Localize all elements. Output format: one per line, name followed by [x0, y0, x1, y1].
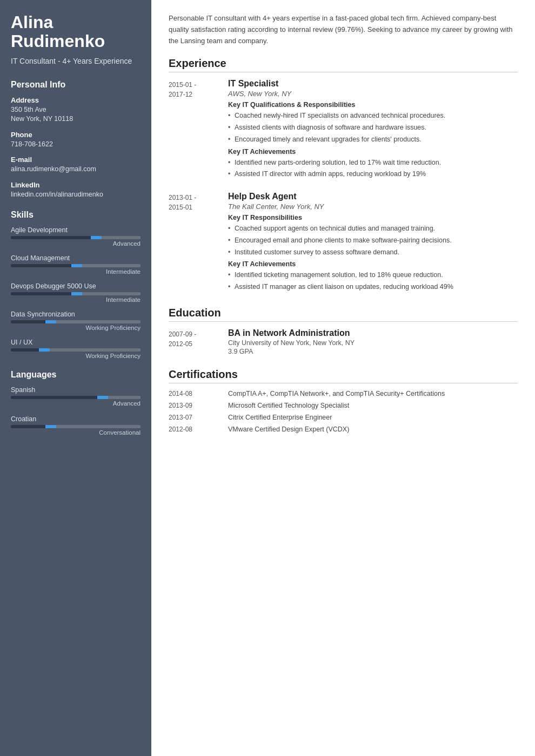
experience-entry-2-content: Help Desk Agent The Kall Center, New Yor…	[228, 192, 518, 294]
experience-section: Experience 2015-01 - 2017-12 IT Speciali…	[169, 57, 518, 294]
experience-entry-2-date-start: 2013-01 -	[169, 194, 196, 201]
cert-entry-3-date: 2013-07	[169, 414, 228, 421]
address-label: Address	[11, 96, 141, 104]
lang-croatian-accent	[45, 425, 56, 428]
education-entry-1-gpa: 3.9 GPA	[228, 348, 518, 355]
experience-entry-2: 2013-01 - 2015-01 Help Desk Agent The Ka…	[169, 192, 518, 294]
list-item: Coached support agents on technical duti…	[228, 224, 518, 234]
experience-entry-2-subtitle-1: Key IT Responsibilities	[228, 214, 518, 221]
experience-heading: Experience	[169, 57, 518, 72]
skill-agile-bar	[11, 236, 141, 239]
skill-uiux-level: Working Proficiency	[11, 353, 141, 359]
skill-uiux: UI / UX Working Proficiency	[11, 339, 141, 359]
cert-entry-2-date: 2013-09	[169, 402, 228, 409]
linkedin-label: LinkedIn	[11, 181, 141, 189]
education-entry-1-date-end: 2012-05	[169, 340, 192, 348]
lang-spanish: Spanish Advanced	[11, 386, 141, 407]
list-item: Assisted clients with diagnosis of softw…	[228, 123, 518, 133]
languages-heading: Languages	[11, 370, 141, 380]
lang-spanish-accent	[97, 396, 108, 399]
lang-croatian-bar	[11, 425, 141, 428]
experience-entry-2-bullets-1: Coached support agents on technical duti…	[228, 224, 518, 257]
education-heading: Education	[169, 307, 518, 322]
personal-info-heading: Personal Info	[11, 80, 141, 90]
candidate-title: IT Consultant - 4+ Years Experience	[11, 56, 141, 67]
skill-uiux-fill	[11, 348, 39, 352]
list-item: Assisted IT manager as client liaison on…	[228, 282, 518, 292]
experience-entry-2-company: The Kall Center, New York, NY	[228, 202, 518, 211]
lang-croatian-name: Croatian	[11, 415, 141, 423]
education-entry-1-degree: BA in Network Administration	[228, 328, 518, 338]
email-label: E-mail	[11, 156, 141, 164]
cert-entry-4-name: VMware Certified Design Expert (VCDX)	[228, 426, 518, 433]
experience-entry-1-date-end: 2017-12	[169, 91, 192, 98]
experience-entry-1-bullets-1: Coached newly-hired IT specialists on ad…	[228, 111, 518, 144]
skill-uiux-bar	[11, 348, 141, 352]
lang-spanish-fill	[11, 396, 97, 399]
skill-devops-name: Devops Debugger 5000 Use	[11, 282, 141, 290]
experience-entry-1-title: IT Specialist	[228, 79, 518, 89]
experience-entry-1-date-start: 2015-01 -	[169, 81, 196, 89]
cert-entry-1-date: 2014-08	[169, 390, 228, 397]
skill-agile-level: Advanced	[11, 240, 141, 247]
skill-devops-fill	[11, 292, 71, 295]
candidate-name: AlinaRudimenko	[11, 13, 141, 51]
linkedin-value: linkedin.com/in/alinarudimenko	[11, 190, 141, 200]
skill-devops-level: Intermediate	[11, 296, 141, 303]
skill-cloud-fill	[11, 264, 71, 267]
summary-text: Personable IT consultant with 4+ years e…	[169, 13, 518, 46]
lang-croatian: Croatian Conversational	[11, 415, 141, 436]
cert-entry-1-name: CompTIA A+, CompTIA Network+, and CompTI…	[228, 390, 518, 397]
skills-heading: Skills	[11, 210, 141, 220]
email-value: alina.rudimenko@gmail.com	[11, 165, 141, 174]
list-item: Coached newly-hired IT specialists on ad…	[228, 111, 518, 121]
certifications-heading: Certifications	[169, 368, 518, 383]
cert-entry-1: 2014-08 CompTIA A+, CompTIA Network+, an…	[169, 390, 518, 397]
skill-uiux-accent	[39, 348, 50, 352]
experience-entry-2-dates: 2013-01 - 2015-01	[169, 192, 228, 294]
list-item: Identified new parts-ordering solution, …	[228, 158, 518, 168]
experience-entry-1-subtitle-1: Key IT Qualifications & Responsibilities	[228, 101, 518, 109]
education-entry-1-date-start: 2007-09 -	[169, 330, 196, 338]
experience-entry-1-company: AWS, New York, NY	[228, 90, 518, 98]
list-item: Assisted IT director with admin apps, re…	[228, 169, 518, 179]
skill-cloud: Cloud Management Intermediate	[11, 254, 141, 275]
skill-devops: Devops Debugger 5000 Use Intermediate	[11, 282, 141, 303]
lang-spanish-level: Advanced	[11, 400, 141, 407]
lang-spanish-bar	[11, 396, 141, 399]
skill-cloud-bar	[11, 264, 141, 267]
experience-entry-1-dates: 2015-01 - 2017-12	[169, 79, 228, 181]
experience-entry-2-date-end: 2015-01	[169, 204, 192, 211]
lang-spanish-name: Spanish	[11, 386, 141, 394]
skill-datasync-accent	[45, 320, 56, 323]
education-entry-1-dates: 2007-09 - 2012-05	[169, 328, 228, 355]
list-item: Encouraged timely and relevant upgrades …	[228, 134, 518, 145]
education-entry-1: 2007-09 - 2012-05 BA in Network Administ…	[169, 328, 518, 355]
certifications-section: Certifications 2014-08 CompTIA A+, CompT…	[169, 368, 518, 433]
cert-entry-3-name: Citrix Certified Enterprise Engineer	[228, 414, 518, 421]
experience-entry-1-content: IT Specialist AWS, New York, NY Key IT Q…	[228, 79, 518, 181]
cert-entry-4: 2012-08 VMware Certified Design Expert (…	[169, 426, 518, 433]
phone-value: 718-708-1622	[11, 140, 141, 150]
list-item: Instituted customer survey to assess sof…	[228, 247, 518, 258]
skill-agile-name: Agile Development	[11, 226, 141, 234]
skill-devops-accent	[71, 292, 82, 295]
skill-cloud-name: Cloud Management	[11, 254, 141, 262]
lang-croatian-level: Conversational	[11, 429, 141, 436]
cert-entry-2: 2013-09 Microsoft Certified Technology S…	[169, 402, 518, 409]
cert-entry-4-date: 2012-08	[169, 426, 228, 433]
address-block: Address 350 5th AveNew York, NY 10118	[11, 96, 141, 124]
experience-entry-1: 2015-01 - 2017-12 IT Specialist AWS, New…	[169, 79, 518, 181]
skill-cloud-level: Intermediate	[11, 268, 141, 275]
skill-datasync-bar	[11, 320, 141, 323]
skill-agile: Agile Development Advanced	[11, 226, 141, 247]
experience-entry-2-title: Help Desk Agent	[228, 192, 518, 201]
list-item: Encouraged email and phone clients to ma…	[228, 235, 518, 246]
sidebar: AlinaRudimenko IT Consultant - 4+ Years …	[0, 0, 151, 756]
address-value: 350 5th AveNew York, NY 10118	[11, 105, 141, 124]
list-item: Identified ticketing management solution…	[228, 270, 518, 280]
experience-entry-2-bullets-2: Identified ticketing management solution…	[228, 270, 518, 292]
skill-datasync-name: Data Synchronization	[11, 310, 141, 318]
resume-container: AlinaRudimenko IT Consultant - 4+ Years …	[0, 0, 535, 756]
email-block: E-mail alina.rudimenko@gmail.com	[11, 156, 141, 174]
